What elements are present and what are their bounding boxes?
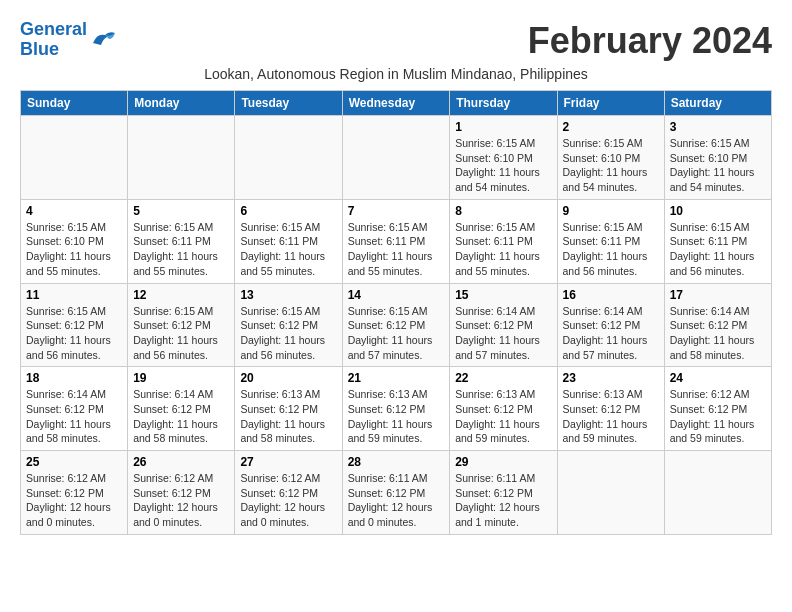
day-number: 16: [563, 288, 659, 302]
calendar-cell: 21Sunrise: 6:13 AM Sunset: 6:12 PM Dayli…: [342, 367, 450, 451]
day-number: 9: [563, 204, 659, 218]
weekday-header-thursday: Thursday: [450, 91, 557, 116]
day-info: Sunrise: 6:15 AM Sunset: 6:12 PM Dayligh…: [240, 304, 336, 363]
day-number: 2: [563, 120, 659, 134]
day-info: Sunrise: 6:13 AM Sunset: 6:12 PM Dayligh…: [563, 387, 659, 446]
day-info: Sunrise: 6:12 AM Sunset: 6:12 PM Dayligh…: [240, 471, 336, 530]
day-number: 26: [133, 455, 229, 469]
calendar-cell: 10Sunrise: 6:15 AM Sunset: 6:11 PM Dayli…: [664, 199, 771, 283]
calendar-cell: 22Sunrise: 6:13 AM Sunset: 6:12 PM Dayli…: [450, 367, 557, 451]
day-info: Sunrise: 6:15 AM Sunset: 6:11 PM Dayligh…: [670, 220, 766, 279]
calendar-cell: 2Sunrise: 6:15 AM Sunset: 6:10 PM Daylig…: [557, 116, 664, 200]
day-info: Sunrise: 6:14 AM Sunset: 6:12 PM Dayligh…: [670, 304, 766, 363]
day-info: Sunrise: 6:15 AM Sunset: 6:10 PM Dayligh…: [455, 136, 551, 195]
month-title: February 2024: [528, 20, 772, 62]
day-info: Sunrise: 6:15 AM Sunset: 6:11 PM Dayligh…: [133, 220, 229, 279]
day-info: Sunrise: 6:14 AM Sunset: 6:12 PM Dayligh…: [563, 304, 659, 363]
calendar-cell: 14Sunrise: 6:15 AM Sunset: 6:12 PM Dayli…: [342, 283, 450, 367]
calendar-cell: 11Sunrise: 6:15 AM Sunset: 6:12 PM Dayli…: [21, 283, 128, 367]
day-number: 18: [26, 371, 122, 385]
day-info: Sunrise: 6:15 AM Sunset: 6:11 PM Dayligh…: [348, 220, 445, 279]
day-number: 13: [240, 288, 336, 302]
day-number: 25: [26, 455, 122, 469]
day-number: 15: [455, 288, 551, 302]
calendar-table: SundayMondayTuesdayWednesdayThursdayFrid…: [20, 90, 772, 535]
calendar-cell: [235, 116, 342, 200]
calendar-cell: 3Sunrise: 6:15 AM Sunset: 6:10 PM Daylig…: [664, 116, 771, 200]
day-number: 8: [455, 204, 551, 218]
day-info: Sunrise: 6:15 AM Sunset: 6:12 PM Dayligh…: [133, 304, 229, 363]
day-number: 10: [670, 204, 766, 218]
calendar-cell: [21, 116, 128, 200]
day-info: Sunrise: 6:12 AM Sunset: 6:12 PM Dayligh…: [26, 471, 122, 530]
calendar-cell: 13Sunrise: 6:15 AM Sunset: 6:12 PM Dayli…: [235, 283, 342, 367]
weekday-header-friday: Friday: [557, 91, 664, 116]
day-number: 3: [670, 120, 766, 134]
day-info: Sunrise: 6:11 AM Sunset: 6:12 PM Dayligh…: [455, 471, 551, 530]
calendar-cell: 15Sunrise: 6:14 AM Sunset: 6:12 PM Dayli…: [450, 283, 557, 367]
day-info: Sunrise: 6:15 AM Sunset: 6:11 PM Dayligh…: [455, 220, 551, 279]
calendar-cell: 4Sunrise: 6:15 AM Sunset: 6:10 PM Daylig…: [21, 199, 128, 283]
day-number: 27: [240, 455, 336, 469]
day-info: Sunrise: 6:13 AM Sunset: 6:12 PM Dayligh…: [455, 387, 551, 446]
day-info: Sunrise: 6:15 AM Sunset: 6:12 PM Dayligh…: [26, 304, 122, 363]
day-info: Sunrise: 6:15 AM Sunset: 6:11 PM Dayligh…: [563, 220, 659, 279]
day-info: Sunrise: 6:11 AM Sunset: 6:12 PM Dayligh…: [348, 471, 445, 530]
logo-bird-icon: [89, 29, 117, 51]
calendar-cell: 25Sunrise: 6:12 AM Sunset: 6:12 PM Dayli…: [21, 451, 128, 535]
day-info: Sunrise: 6:14 AM Sunset: 6:12 PM Dayligh…: [26, 387, 122, 446]
day-number: 11: [26, 288, 122, 302]
day-number: 4: [26, 204, 122, 218]
day-info: Sunrise: 6:13 AM Sunset: 6:12 PM Dayligh…: [240, 387, 336, 446]
weekday-header-tuesday: Tuesday: [235, 91, 342, 116]
day-number: 19: [133, 371, 229, 385]
calendar-cell: [128, 116, 235, 200]
day-number: 24: [670, 371, 766, 385]
calendar-cell: 29Sunrise: 6:11 AM Sunset: 6:12 PM Dayli…: [450, 451, 557, 535]
calendar-cell: 23Sunrise: 6:13 AM Sunset: 6:12 PM Dayli…: [557, 367, 664, 451]
day-number: 17: [670, 288, 766, 302]
calendar-cell: 1Sunrise: 6:15 AM Sunset: 6:10 PM Daylig…: [450, 116, 557, 200]
calendar-cell: 17Sunrise: 6:14 AM Sunset: 6:12 PM Dayli…: [664, 283, 771, 367]
day-number: 28: [348, 455, 445, 469]
subtitle: Lookan, Autonomous Region in Muslim Mind…: [20, 66, 772, 82]
calendar-cell: 20Sunrise: 6:13 AM Sunset: 6:12 PM Dayli…: [235, 367, 342, 451]
weekday-header-monday: Monday: [128, 91, 235, 116]
day-info: Sunrise: 6:15 AM Sunset: 6:10 PM Dayligh…: [670, 136, 766, 195]
day-number: 23: [563, 371, 659, 385]
day-number: 21: [348, 371, 445, 385]
day-info: Sunrise: 6:12 AM Sunset: 6:12 PM Dayligh…: [133, 471, 229, 530]
calendar-cell: 24Sunrise: 6:12 AM Sunset: 6:12 PM Dayli…: [664, 367, 771, 451]
day-info: Sunrise: 6:15 AM Sunset: 6:10 PM Dayligh…: [563, 136, 659, 195]
day-info: Sunrise: 6:15 AM Sunset: 6:11 PM Dayligh…: [240, 220, 336, 279]
day-number: 7: [348, 204, 445, 218]
weekday-header-wednesday: Wednesday: [342, 91, 450, 116]
calendar-cell: [342, 116, 450, 200]
day-number: 29: [455, 455, 551, 469]
calendar-cell: 7Sunrise: 6:15 AM Sunset: 6:11 PM Daylig…: [342, 199, 450, 283]
calendar-cell: 18Sunrise: 6:14 AM Sunset: 6:12 PM Dayli…: [21, 367, 128, 451]
day-info: Sunrise: 6:14 AM Sunset: 6:12 PM Dayligh…: [455, 304, 551, 363]
day-number: 1: [455, 120, 551, 134]
calendar-cell: [557, 451, 664, 535]
calendar-cell: 28Sunrise: 6:11 AM Sunset: 6:12 PM Dayli…: [342, 451, 450, 535]
day-info: Sunrise: 6:14 AM Sunset: 6:12 PM Dayligh…: [133, 387, 229, 446]
calendar-cell: 6Sunrise: 6:15 AM Sunset: 6:11 PM Daylig…: [235, 199, 342, 283]
day-number: 20: [240, 371, 336, 385]
day-number: 12: [133, 288, 229, 302]
calendar-cell: 5Sunrise: 6:15 AM Sunset: 6:11 PM Daylig…: [128, 199, 235, 283]
day-number: 14: [348, 288, 445, 302]
logo: GeneralBlue: [20, 20, 117, 60]
day-info: Sunrise: 6:13 AM Sunset: 6:12 PM Dayligh…: [348, 387, 445, 446]
calendar-cell: 26Sunrise: 6:12 AM Sunset: 6:12 PM Dayli…: [128, 451, 235, 535]
calendar-cell: 16Sunrise: 6:14 AM Sunset: 6:12 PM Dayli…: [557, 283, 664, 367]
day-number: 6: [240, 204, 336, 218]
day-number: 22: [455, 371, 551, 385]
calendar-cell: 8Sunrise: 6:15 AM Sunset: 6:11 PM Daylig…: [450, 199, 557, 283]
weekday-header-sunday: Sunday: [21, 91, 128, 116]
calendar-cell: 27Sunrise: 6:12 AM Sunset: 6:12 PM Dayli…: [235, 451, 342, 535]
day-info: Sunrise: 6:15 AM Sunset: 6:12 PM Dayligh…: [348, 304, 445, 363]
logo-text: GeneralBlue: [20, 20, 87, 60]
calendar-cell: 9Sunrise: 6:15 AM Sunset: 6:11 PM Daylig…: [557, 199, 664, 283]
calendar-cell: [664, 451, 771, 535]
